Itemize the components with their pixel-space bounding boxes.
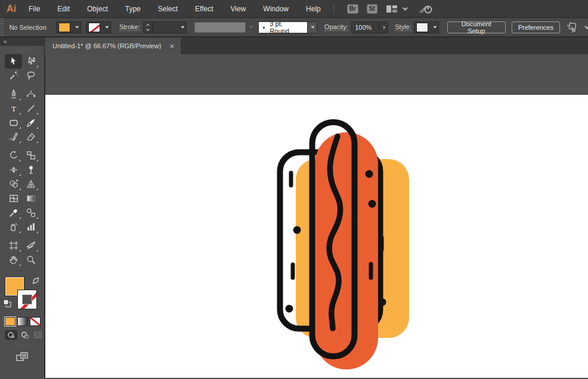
- fill-color-dropdown[interactable]: [56, 21, 81, 33]
- tool-lasso[interactable]: [22, 69, 39, 83]
- canvas[interactable]: [45, 54, 588, 378]
- tool-eraser[interactable]: [22, 130, 39, 144]
- tool-line-segment[interactable]: [22, 101, 39, 116]
- stock-badge-button[interactable]: St: [367, 4, 377, 14]
- artboard-icon: [8, 240, 19, 251]
- sausage-fill-shape[interactable]: [315, 132, 378, 369]
- seed-dot[interactable]: [366, 170, 373, 178]
- brush-definition-dropdown[interactable]: • 3 pt. Round: [258, 21, 308, 33]
- color-button[interactable]: [5, 317, 16, 326]
- opacity-input[interactable]: 100%: [351, 21, 379, 33]
- seed-dot[interactable]: [293, 226, 301, 234]
- tool-magic-wand[interactable]: [5, 69, 22, 83]
- pen-icon: [8, 89, 19, 100]
- tool-width[interactable]: [5, 163, 22, 177]
- opacity-panel-link[interactable]: Opacity:: [324, 23, 348, 31]
- stroke-none-swatch[interactable]: [88, 23, 100, 32]
- drawing-mode-buttons: [5, 330, 44, 340]
- menu-item-view[interactable]: View: [225, 5, 252, 13]
- draw-inside-icon: [34, 331, 42, 338]
- tool-scale[interactable]: [22, 148, 39, 163]
- magic-wand-icon: [8, 70, 19, 81]
- tool-hand[interactable]: [5, 253, 22, 267]
- brush-definition-value: 3 pt. Round: [270, 20, 304, 35]
- stepper-up-icon[interactable]: [146, 24, 150, 27]
- seed-dot[interactable]: [369, 200, 376, 208]
- tool-shaper[interactable]: [5, 130, 22, 144]
- collapse-panel-button[interactable]: «: [0, 38, 44, 46]
- tool-selection[interactable]: [5, 54, 22, 69]
- none-button[interactable]: [30, 317, 41, 326]
- tool-pen[interactable]: [5, 87, 22, 101]
- tool-rectangle[interactable]: [5, 116, 22, 130]
- close-tab-icon[interactable]: ×: [168, 42, 176, 50]
- stroke-well-swatch[interactable]: [17, 290, 37, 309]
- tool-blend[interactable]: [22, 206, 39, 220]
- opacity-more-button[interactable]: [379, 21, 388, 33]
- tool-gradient[interactable]: [22, 191, 39, 206]
- stroke-weight-dropdown[interactable]: [153, 21, 187, 33]
- swap-fill-stroke-icon[interactable]: [32, 277, 40, 284]
- bridge-badge-button[interactable]: Br: [347, 4, 358, 14]
- menu-item-select[interactable]: Select: [152, 5, 184, 13]
- tools-panel: « T: [0, 38, 45, 378]
- draw-behind-button[interactable]: [18, 330, 31, 340]
- preferences-button[interactable]: Preferences: [512, 21, 560, 33]
- default-fill-stroke-icon[interactable]: [3, 299, 11, 307]
- document-tab-bar: Untitled-1* @ 66.67% (RGB/Preview) ×: [45, 38, 588, 54]
- tool-paintbrush[interactable]: [22, 116, 39, 130]
- draw-normal-button[interactable]: [5, 330, 17, 340]
- eraser-icon: [26, 132, 36, 142]
- menu-item-file[interactable]: File: [23, 5, 46, 13]
- rotate-icon: [8, 150, 19, 161]
- stroke-weight-stepper[interactable]: [143, 21, 153, 33]
- fill-color-swatch[interactable]: [58, 23, 70, 32]
- style-swatch[interactable]: [416, 23, 428, 32]
- seed-dot[interactable]: [286, 305, 293, 313]
- tool-rotate[interactable]: [5, 148, 22, 163]
- tool-type[interactable]: T: [5, 101, 22, 116]
- tool-symbol-sprayer[interactable]: [5, 220, 22, 234]
- screen-mode-button[interactable]: [15, 352, 29, 362]
- color-wells: [0, 275, 44, 315]
- tool-shape-builder[interactable]: [5, 177, 22, 191]
- document-tab[interactable]: Untitled-1* @ 66.67% (RGB/Preview) ×: [45, 38, 181, 54]
- brush-definition-chevron-button[interactable]: [308, 21, 317, 33]
- tools-panel-grip[interactable]: [12, 47, 32, 53]
- menu-item-type[interactable]: Type: [119, 5, 147, 13]
- chevron-down-icon: [106, 24, 109, 28]
- draw-inside-button: [32, 330, 44, 340]
- document-setup-button[interactable]: Document Setup: [447, 21, 506, 33]
- tool-curvature[interactable]: [22, 87, 39, 101]
- workspace-layout-icon: [386, 5, 398, 13]
- menu-item-help[interactable]: Help: [300, 5, 327, 13]
- seed-dot[interactable]: [379, 299, 386, 306]
- tool-eyedropper[interactable]: [5, 206, 22, 220]
- hotdog-artwork[interactable]: [280, 122, 410, 369]
- workspace-switcher-button[interactable]: [386, 5, 406, 13]
- tool-column-graph[interactable]: [22, 220, 39, 234]
- gradient-button[interactable]: [17, 317, 28, 326]
- stepper-down-icon[interactable]: [146, 27, 150, 31]
- chevron-down-icon: [249, 24, 253, 28]
- style-dropdown[interactable]: [414, 21, 439, 33]
- menu-item-window[interactable]: Window: [257, 5, 295, 13]
- gpu-performance-button[interactable]: [418, 4, 434, 14]
- tool-puppet-warp[interactable]: [22, 163, 39, 177]
- menu-item-object[interactable]: Object: [81, 5, 114, 13]
- direct-selection-icon: [26, 56, 36, 67]
- stroke-panel-link[interactable]: Stroke:: [119, 23, 140, 31]
- tool-zoom[interactable]: [22, 253, 39, 267]
- tool-mesh[interactable]: [5, 191, 22, 206]
- menu-item-edit[interactable]: Edit: [51, 5, 76, 13]
- stroke-color-dropdown[interactable]: [86, 21, 111, 33]
- style-panel-link[interactable]: Style:: [395, 23, 411, 31]
- tool-grid: T: [0, 54, 44, 267]
- panel-grip[interactable]: [0, 18, 4, 36]
- tool-perspective-grid[interactable]: [22, 177, 39, 191]
- menu-item-effect[interactable]: Effect: [189, 5, 219, 13]
- tool-slice[interactable]: [22, 238, 39, 253]
- tool-artboard[interactable]: [5, 238, 22, 253]
- tool-direct-selection[interactable]: [22, 54, 39, 69]
- touch-workspace-button[interactable]: [566, 22, 588, 33]
